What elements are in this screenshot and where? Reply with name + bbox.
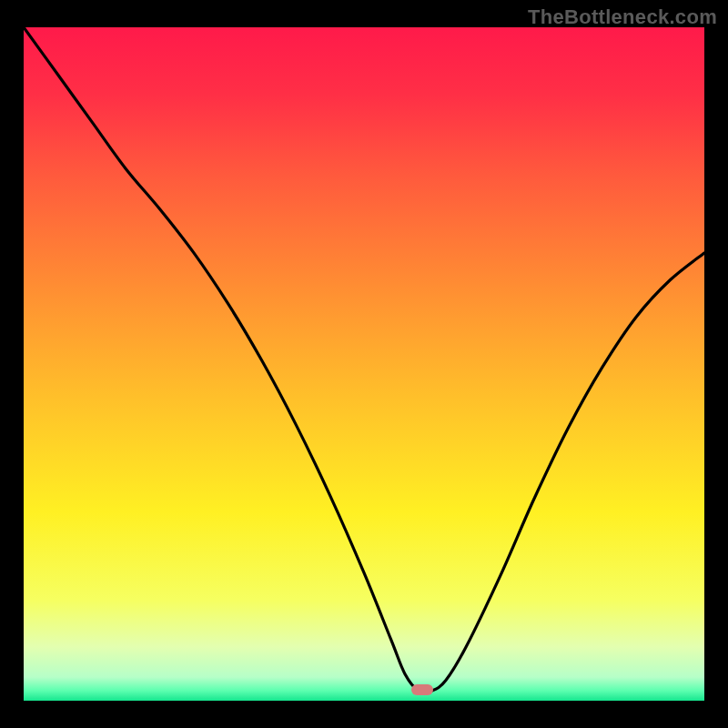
bottleneck-curve [24, 27, 704, 701]
plot-area [24, 27, 704, 701]
chart-frame: TheBottleneck.com [0, 0, 728, 728]
optimal-point-marker [411, 684, 433, 695]
watermark-text: TheBottleneck.com [528, 5, 717, 29]
